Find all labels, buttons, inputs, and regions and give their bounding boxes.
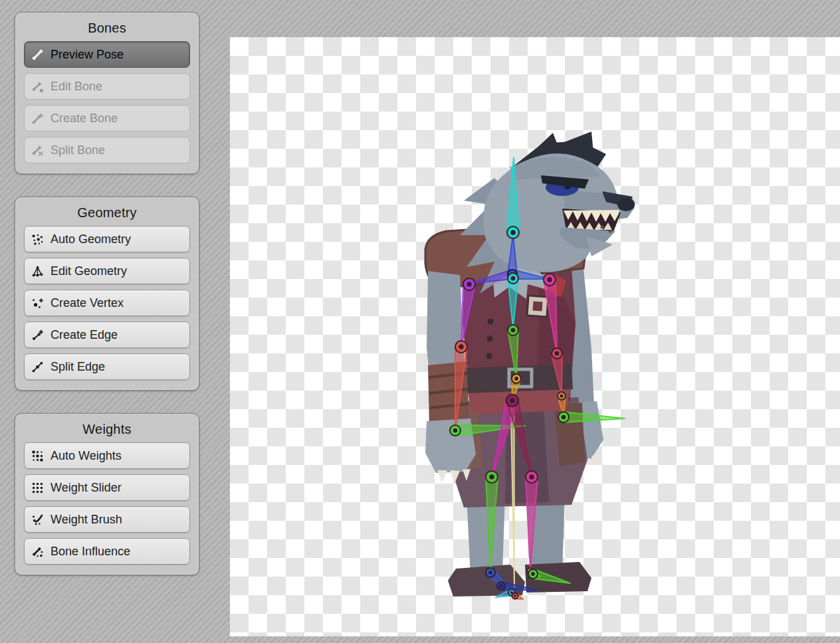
- auto-weights-label: Auto Weights: [51, 449, 122, 463]
- joint-foot-right[interactable]: [528, 569, 538, 579]
- joint-spine-lower[interactable]: [508, 325, 518, 335]
- split-edge-button[interactable]: Split Edge: [24, 353, 190, 380]
- joint-shin-left[interactable]: [486, 471, 498, 483]
- auto-weights-button[interactable]: Auto Weights: [24, 442, 190, 469]
- weight-brush-label: Weight Brush: [51, 513, 122, 527]
- joint-forearm-left[interactable]: [455, 341, 467, 353]
- create-vertex-icon: [31, 297, 44, 310]
- joint-thigh-right[interactable]: [506, 395, 518, 407]
- edit-geometry-label: Edit Geometry: [51, 264, 127, 278]
- edit-bone-label: Edit Bone: [51, 80, 102, 94]
- geometry-panel: Geometry Auto Geometry Edit Geometry Cre…: [15, 197, 199, 391]
- edit-geometry-button[interactable]: Edit Geometry: [24, 258, 190, 284]
- create-edge-label: Create Edge: [51, 328, 118, 342]
- bones-panel-title: Bones: [24, 21, 190, 36]
- joint-hand-right[interactable]: [558, 412, 569, 422]
- joint-shin-right[interactable]: [526, 471, 538, 483]
- joint-wrist-right[interactable]: [558, 392, 566, 400]
- scene: [230, 37, 840, 636]
- skinning-editor-window: Bones Preview Pose Edit Bone Create Bone…: [0, 0, 840, 643]
- split-edge-icon: [31, 361, 44, 373]
- weights-panel-title: Weights: [24, 422, 190, 437]
- create-bone-button[interactable]: Create Bone: [24, 105, 190, 132]
- edit-geometry-icon: [31, 265, 44, 278]
- split-bone-button[interactable]: Split Bone: [24, 137, 190, 163]
- weight-brush-button[interactable]: Weight Brush: [24, 506, 190, 533]
- weight-slider-button[interactable]: Weight Slider: [24, 474, 190, 501]
- sprite-canvas[interactable]: [230, 37, 840, 636]
- create-vertex-label: Create Vertex: [51, 296, 124, 310]
- preview-pose-button[interactable]: Preview Pose: [24, 41, 190, 68]
- create-edge-button[interactable]: Create Edge: [24, 322, 190, 348]
- joint-upper-arm-right[interactable]: [544, 274, 556, 286]
- weights-panel: Weights Auto Weights Weight Slider Weigh…: [15, 413, 199, 575]
- bone-influence-button[interactable]: Bone Influence: [24, 538, 190, 565]
- preview-pose-icon: [31, 48, 44, 61]
- split-bone-label: Split Bone: [51, 143, 105, 157]
- edit-bone-icon: [31, 80, 44, 93]
- create-edge-icon: [31, 329, 44, 341]
- auto-geometry-label: Auto Geometry: [51, 232, 131, 246]
- weight-brush-icon: [31, 513, 44, 526]
- create-bone-icon: [31, 112, 44, 125]
- joint-forearm-right[interactable]: [552, 348, 562, 359]
- joint-toe-center[interactable]: [512, 593, 518, 599]
- weight-slider-icon: [31, 482, 44, 494]
- auto-weights-icon: [31, 450, 44, 462]
- joint-upper-arm-left[interactable]: [463, 278, 475, 290]
- preview-pose-label: Preview Pose: [51, 48, 124, 62]
- bones-panel: Bones Preview Pose Edit Bone Create Bone…: [15, 12, 199, 174]
- split-edge-label: Split Edge: [51, 360, 105, 374]
- joint-foot-left[interactable]: [486, 568, 495, 577]
- edit-bone-button[interactable]: Edit Bone: [24, 73, 190, 100]
- auto-geometry-button[interactable]: Auto Geometry: [24, 226, 190, 252]
- create-bone-label: Create Bone: [51, 112, 118, 126]
- bone-influence-label: Bone Influence: [51, 545, 130, 559]
- split-bone-icon: [31, 144, 44, 157]
- joint-pelvis[interactable]: [512, 374, 521, 383]
- bone-influence-icon: [31, 545, 44, 558]
- joint-foot-center[interactable]: [497, 582, 505, 590]
- geometry-panel-title: Geometry: [24, 205, 190, 221]
- create-vertex-button[interactable]: Create Vertex: [24, 290, 190, 316]
- joint-head[interactable]: [507, 227, 519, 238]
- joint-spine-upper[interactable]: [508, 273, 518, 284]
- weight-slider-label: Weight Slider: [51, 481, 122, 495]
- joint-hand-left[interactable]: [450, 425, 461, 436]
- auto-geometry-icon: [31, 233, 44, 246]
